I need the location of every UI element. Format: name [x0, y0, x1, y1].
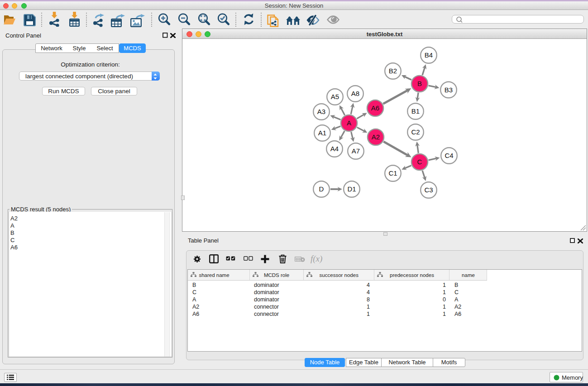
svg-text:B3: B3 — [445, 86, 453, 94]
svg-text:C3: C3 — [424, 186, 433, 194]
svg-text:B4: B4 — [425, 51, 433, 59]
svg-text:C2: C2 — [411, 128, 420, 136]
svg-text:A8: A8 — [351, 90, 359, 97]
svg-text:B2: B2 — [389, 67, 397, 75]
svg-text:A2: A2 — [372, 133, 380, 141]
svg-text:A: A — [347, 119, 351, 127]
svg-text:A3: A3 — [317, 108, 325, 115]
svg-text:D: D — [319, 185, 324, 193]
svg-text:C4: C4 — [445, 152, 453, 159]
svg-text:C: C — [417, 158, 422, 166]
svg-text:A1: A1 — [318, 129, 326, 137]
svg-text:D1: D1 — [347, 185, 356, 193]
svg-text:A5: A5 — [331, 93, 339, 100]
svg-text:A6: A6 — [371, 104, 379, 112]
svg-text:A4: A4 — [330, 145, 339, 152]
svg-text:B: B — [417, 80, 422, 87]
svg-text:A7: A7 — [352, 147, 360, 155]
svg-text:B1: B1 — [411, 107, 420, 115]
svg-text:C1: C1 — [388, 169, 397, 177]
